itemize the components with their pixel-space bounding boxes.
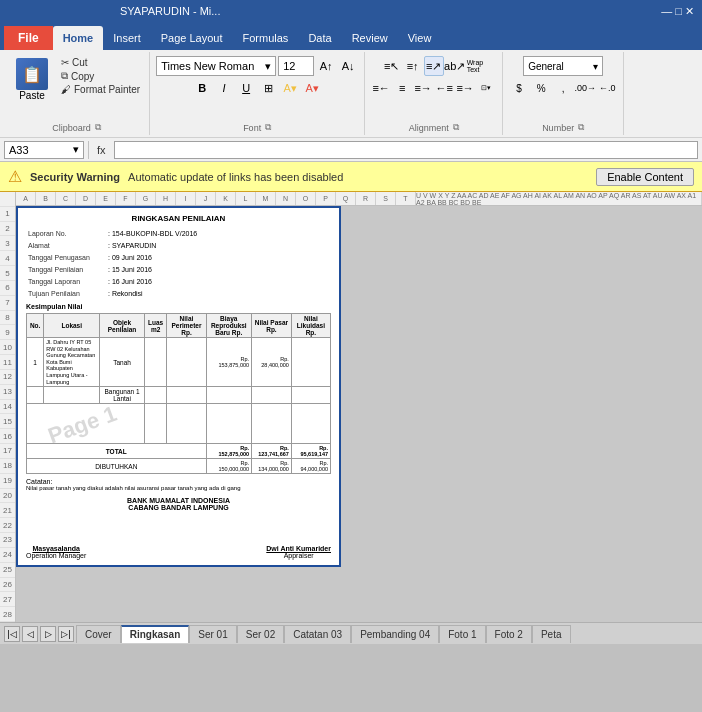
decrease-decimal-button[interactable]: .00→ <box>575 78 595 98</box>
td-pasar-bangunan <box>252 387 292 404</box>
col-k: K <box>216 192 236 205</box>
tab-page-layout[interactable]: Page Layout <box>151 26 233 50</box>
format-painter-label: Format Painter <box>74 84 140 95</box>
name-box[interactable]: A33 ▾ <box>4 141 84 159</box>
th-no: No. <box>27 314 44 338</box>
font-name-dropdown[interactable]: Times New Roman ▾ <box>156 56 276 76</box>
warning-icon: ⚠ <box>8 167 22 186</box>
increase-decimal-button[interactable]: ←.0 <box>597 78 617 98</box>
align-center-button[interactable]: ≡ <box>392 78 412 98</box>
tab-view[interactable]: View <box>398 26 442 50</box>
sheet-tab-cover[interactable]: Cover <box>76 625 121 643</box>
sheet-tab-peta[interactable]: Peta <box>532 625 571 643</box>
tab-home[interactable]: Home <box>53 26 104 50</box>
clipboard-expand-icon[interactable]: ⧉ <box>95 122 101 133</box>
indent-decrease-button[interactable]: ←≡ <box>434 78 454 98</box>
col-rest: U V W X Y Z AA AC AD AE AF AG AH AI AK A… <box>416 192 702 205</box>
font-size-input[interactable]: 12 <box>278 56 314 76</box>
comma-button[interactable]: , <box>553 78 573 98</box>
sheet-tab-foto1[interactable]: Foto 1 <box>439 625 485 643</box>
sheet-tabs-bar: |◁ ◁ ▷ ▷| Cover Ringkasan Ser 01 Ser 02 … <box>0 622 702 644</box>
font-name-arrow: ▾ <box>265 60 271 73</box>
font-group: Times New Roman ▾ 12 A↑ A↓ B I U ⊞ A▾ A▾… <box>150 52 365 135</box>
td-total-likuidasi: Rp. 95,619,147 <box>291 444 330 459</box>
spreadsheet-main: A B C D E F G H I J K L M N O P Q R S T … <box>16 192 702 622</box>
sheet-tab-catatan03[interactable]: Catatan 03 <box>284 625 351 643</box>
paste-button[interactable]: 📋 Paste <box>10 56 54 103</box>
bold-button[interactable]: B <box>192 78 212 98</box>
sheet-tab-foto2[interactable]: Foto 2 <box>486 625 532 643</box>
table-row-total: TOTAL Rp. 152,875,000 Rp. 123,741,667 Rp… <box>27 444 331 459</box>
table-row-tanah: 1 Jl. Dahru IY RT 05 RW 02 Kelurahan Gun… <box>27 338 331 387</box>
sheet-tab-ser02[interactable]: Ser 02 <box>237 625 284 643</box>
data-table: No. Lokasi Objek Penilaian Luas m2 Nilai… <box>26 313 331 474</box>
tab-nav-prev[interactable]: ◁ <box>22 626 38 642</box>
spreadsheet-area: 1 2 3 4 5 6 7 8 9 10 11 12 13 14 15 16 1… <box>0 192 702 622</box>
font-color-button[interactable]: A▾ <box>302 78 322 98</box>
col-f: F <box>116 192 136 205</box>
cut-button[interactable]: ✂ Cut <box>58 56 143 69</box>
col-d: D <box>76 192 96 205</box>
tab-nav-last[interactable]: ▷| <box>58 626 74 642</box>
align-top-center-button[interactable]: ≡↑ <box>403 56 423 76</box>
sheet-tab-ser01[interactable]: Ser 01 <box>189 625 236 643</box>
tab-review[interactable]: Review <box>342 26 398 50</box>
indent-increase-button[interactable]: ≡→ <box>455 78 475 98</box>
signature-right: Dwi Anti Kumarider Appraiser <box>266 531 331 559</box>
number-format-dropdown[interactable]: General ▾ <box>523 56 603 76</box>
fx-button[interactable]: fx <box>93 144 110 156</box>
row-num-23: 23 <box>0 533 15 548</box>
border-button[interactable]: ⊞ <box>258 78 278 98</box>
field-label-2: Tanggal Penugasan <box>26 251 106 263</box>
td-dibutuhkan-label: DIBUTUHKAN <box>27 459 207 474</box>
number-group: General ▾ $ % , .00→ ←.0 Number ⧉ <box>503 52 624 135</box>
tab-formulas[interactable]: Formulas <box>233 26 299 50</box>
tab-data[interactable]: Data <box>298 26 341 50</box>
fill-color-button[interactable]: A▾ <box>280 78 300 98</box>
td-dibutuhkan-pasar: Rp. 134,000,000 <box>252 459 292 474</box>
number-buttons-row: $ % , .00→ ←.0 <box>509 78 617 98</box>
row-num-header <box>0 192 15 207</box>
paste-label: Paste <box>19 90 45 101</box>
tab-nav-first[interactable]: |◁ <box>4 626 20 642</box>
row-num-27: 27 <box>0 592 15 607</box>
increase-font-button[interactable]: A↑ <box>316 56 336 76</box>
number-expand-icon[interactable]: ⧉ <box>578 122 584 133</box>
tab-nav-next[interactable]: ▷ <box>40 626 56 642</box>
currency-button[interactable]: $ <box>509 78 529 98</box>
align-top-left-button[interactable]: ≡↖ <box>382 56 402 76</box>
percent-button[interactable]: % <box>531 78 551 98</box>
merge-center-button[interactable]: ⊡▾ <box>476 78 496 98</box>
align-right-button[interactable]: ≡→ <box>413 78 433 98</box>
enable-content-button[interactable]: Enable Content <box>596 168 694 186</box>
italic-button[interactable]: I <box>214 78 234 98</box>
decrease-font-button[interactable]: A↓ <box>338 56 358 76</box>
th-lokasi: Lokasi <box>44 314 100 338</box>
copy-button[interactable]: ⧉ Copy <box>58 69 143 83</box>
row-num-10: 10 <box>0 340 15 355</box>
grey-area <box>341 206 702 622</box>
col-t: T <box>396 192 416 205</box>
orientation-button[interactable]: ab↗ <box>445 56 465 76</box>
field-label-4: Tanggal Laporan <box>26 275 106 287</box>
formula-input[interactable] <box>114 141 698 159</box>
font-expand-icon[interactable]: ⧉ <box>265 122 271 133</box>
row-num-11: 11 <box>0 355 15 370</box>
format-painter-button[interactable]: 🖌 Format Painter <box>58 83 143 96</box>
col-c: C <box>56 192 76 205</box>
sheet-document[interactable]: RINGKASAN PENILAIAN Laporan No. : 154-BU… <box>16 206 341 567</box>
align-top-right-button[interactable]: ≡↗ <box>424 56 444 76</box>
catatan-label: Catatan: <box>26 478 331 485</box>
sheet-tab-pembanding04[interactable]: Pembanding 04 <box>351 625 439 643</box>
tab-file[interactable]: File <box>4 26 53 50</box>
align-left-button[interactable]: ≡← <box>371 78 391 98</box>
clipboard-buttons: 📋 Paste ✂ Cut ⧉ Copy 🖌 Format Painter <box>10 54 143 120</box>
alignment-expand-icon[interactable]: ⧉ <box>453 122 459 133</box>
col-h: H <box>156 192 176 205</box>
underline-button[interactable]: U <box>236 78 256 98</box>
sig-name-left: Masyasalanda <box>26 545 86 552</box>
wrap-text-button[interactable]: Wrap Text <box>466 56 486 76</box>
tab-insert[interactable]: Insert <box>103 26 151 50</box>
sheet-tab-ringkasan[interactable]: Ringkasan <box>121 625 190 643</box>
ribbon-content: 📋 Paste ✂ Cut ⧉ Copy 🖌 Format Painter <box>0 50 702 138</box>
